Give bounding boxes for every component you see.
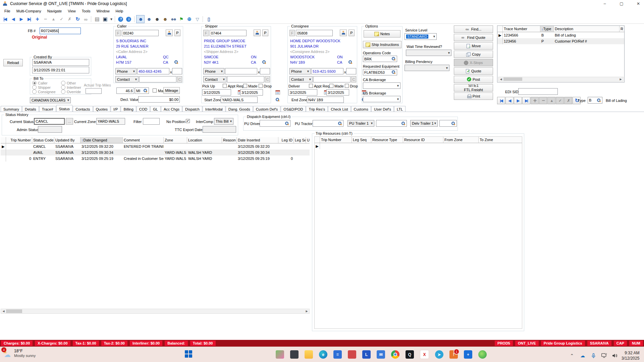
print-icon[interactable] bbox=[93, 15, 101, 23]
shipper-c-button[interactable]: C bbox=[265, 76, 270, 82]
move-up-icon[interactable] bbox=[547, 97, 555, 104]
deliver-appt-req-checkbox[interactable] bbox=[309, 84, 313, 88]
col-leg-sec[interactable]: Leg Sec bbox=[294, 137, 306, 143]
consignee-p-button[interactable]: P bbox=[348, 29, 355, 36]
caller-code-input[interactable]: 00240 bbox=[122, 30, 159, 36]
shipper-ext-input[interactable] bbox=[260, 68, 270, 74]
nav-first-icon[interactable] bbox=[497, 97, 505, 104]
customer-icon[interactable] bbox=[136, 15, 145, 23]
display-icon[interactable] bbox=[600, 352, 608, 360]
mileage-button[interactable]: Mileage bbox=[163, 87, 180, 94]
help-icon[interactable] bbox=[117, 15, 124, 23]
col-resource-type[interactable]: Resource Type bbox=[371, 137, 403, 143]
save-icon[interactable] bbox=[57, 15, 65, 23]
nav-last-icon[interactable] bbox=[25, 15, 33, 23]
trace-col-number[interactable]: Trace Number bbox=[503, 26, 540, 32]
trip-resources-empty-row[interactable]: ▶ bbox=[315, 143, 522, 149]
pickup-drop-checkbox[interactable] bbox=[259, 84, 263, 88]
binoculars-icon[interactable] bbox=[82, 15, 89, 23]
col-location[interactable]: Location bbox=[187, 137, 222, 143]
nav-prev-icon[interactable] bbox=[9, 15, 17, 23]
nav-last-icon[interactable] bbox=[522, 97, 530, 104]
reload-button[interactable]: Reload bbox=[3, 59, 23, 66]
consignee-f-button[interactable]: F bbox=[289, 30, 295, 36]
consignee-profile-button[interactable] bbox=[340, 29, 347, 36]
minimize-button[interactable]: – bbox=[599, 0, 610, 7]
caller-phone-type-select[interactable]: Phone▼ bbox=[115, 68, 137, 74]
cancel-icon[interactable] bbox=[65, 15, 73, 23]
chat-icon[interactable]: ✉ bbox=[377, 350, 385, 359]
refresh-icon[interactable] bbox=[73, 15, 81, 23]
service-level-select[interactable]: STANDARD▼ bbox=[405, 33, 437, 40]
delete-icon[interactable] bbox=[539, 97, 547, 104]
deliver-made-checkbox[interactable] bbox=[329, 84, 333, 88]
trace-scrollbar[interactable]: ◀ ▶ bbox=[498, 77, 624, 81]
scroll-right-icon[interactable]: ▶ bbox=[618, 77, 623, 81]
pu-trailer-select[interactable]: PU Trailer 1▼ bbox=[347, 120, 374, 127]
delete-icon[interactable] bbox=[41, 15, 49, 23]
menu-item[interactable]: File bbox=[1, 8, 13, 14]
no-position-checkbox[interactable] bbox=[186, 119, 190, 123]
consignee-code-input[interactable]: 05808 bbox=[296, 30, 333, 36]
status-grid-scrollbar[interactable]: ◀ ▶ bbox=[1, 309, 310, 314]
l-app-icon[interactable]: L bbox=[362, 350, 371, 359]
col-date-changed[interactable]: ↑Date Changed bbox=[80, 137, 123, 143]
teamviewer-icon[interactable]: + bbox=[464, 350, 472, 359]
consignee-c-button[interactable]: C bbox=[351, 76, 356, 82]
current-status-lookup-button[interactable]: ... bbox=[66, 118, 73, 125]
caller-phone-input[interactable]: 450-663-4245 bbox=[137, 68, 169, 74]
store-icon[interactable] bbox=[348, 350, 356, 359]
user-computer-icon[interactable] bbox=[145, 15, 153, 23]
fb-input[interactable]: R0724856 bbox=[40, 27, 81, 34]
col-zone[interactable]: Zone bbox=[164, 137, 187, 143]
pin-icon[interactable] bbox=[177, 15, 185, 23]
adobe-reader-icon[interactable]: X bbox=[420, 350, 429, 359]
menu-item[interactable]: Window bbox=[93, 8, 112, 14]
col-leg-seq[interactable]: Leg Seq bbox=[352, 137, 371, 143]
screen-icon[interactable] bbox=[101, 15, 109, 23]
col-trip-number[interactable]: Trip Number bbox=[320, 137, 352, 143]
deliver-date-from-input[interactable]: 3/12/2025 bbox=[288, 89, 317, 96]
col-to-zone[interactable]: To Zone bbox=[479, 137, 522, 143]
consignee-contact-input[interactable] bbox=[313, 76, 351, 82]
trace-col-description[interactable]: Description bbox=[554, 26, 620, 32]
pickup-made-checkbox[interactable] bbox=[243, 84, 247, 88]
globe-icon[interactable] bbox=[185, 15, 193, 23]
operations-code-input[interactable]: BRK bbox=[363, 56, 397, 62]
add-icon[interactable] bbox=[531, 97, 539, 104]
start-button[interactable] bbox=[185, 350, 192, 358]
col-leg-id[interactable]: Leg ID bbox=[278, 137, 294, 143]
menu-item[interactable]: Help bbox=[113, 8, 126, 14]
chrome-icon[interactable] bbox=[391, 350, 399, 359]
speaker-icon[interactable] bbox=[611, 352, 619, 360]
shipper-phone-type-select[interactable]: Phone▼ bbox=[203, 68, 224, 74]
photos-icon[interactable] bbox=[290, 350, 299, 359]
scroll-right-icon[interactable]: ▶ bbox=[304, 309, 309, 313]
col-comment[interactable]: Comment bbox=[123, 137, 164, 143]
caller-f-button[interactable]: F bbox=[115, 30, 121, 36]
start-zone-search-icon[interactable] bbox=[275, 98, 280, 102]
miles-unit-field[interactable]: MI bbox=[135, 87, 149, 94]
col-reason-code[interactable]: Reason C bbox=[222, 137, 237, 143]
webex-icon[interactable] bbox=[478, 350, 487, 359]
file-explorer-icon[interactable] bbox=[305, 350, 313, 359]
miles-input[interactable]: 46.6 bbox=[116, 87, 134, 94]
notes-button[interactable]: Notes bbox=[364, 30, 400, 38]
save-icon[interactable] bbox=[556, 97, 564, 104]
shipper-contact-type-select[interactable]: Contact▼ bbox=[203, 76, 226, 82]
requested-equipment-input[interactable]: FLATBED53 bbox=[363, 69, 397, 75]
col-status-code[interactable]: Status Code bbox=[32, 137, 54, 143]
alert-app-icon[interactable]: !1 bbox=[449, 350, 458, 359]
scrollbar-thumb[interactable] bbox=[503, 77, 522, 81]
nav-next-icon[interactable] bbox=[17, 15, 25, 23]
col-date-inserted[interactable]: Date Inserted bbox=[237, 137, 278, 143]
pickup-date-to-input[interactable]: 3/12/2025 bbox=[240, 89, 263, 96]
shipper-code-input[interactable]: 07464 bbox=[210, 30, 247, 36]
cancel-icon[interactable] bbox=[564, 97, 572, 104]
caller-profile-button[interactable] bbox=[166, 29, 173, 36]
maximize-button[interactable]: ▢ bbox=[616, 0, 627, 7]
edi-sid-input[interactable] bbox=[518, 88, 558, 95]
scroll-left-icon[interactable]: ◀ bbox=[1, 309, 6, 313]
consignee-phone-input[interactable]: 519-421-5500 bbox=[311, 68, 343, 74]
driver-icon[interactable] bbox=[153, 15, 161, 23]
